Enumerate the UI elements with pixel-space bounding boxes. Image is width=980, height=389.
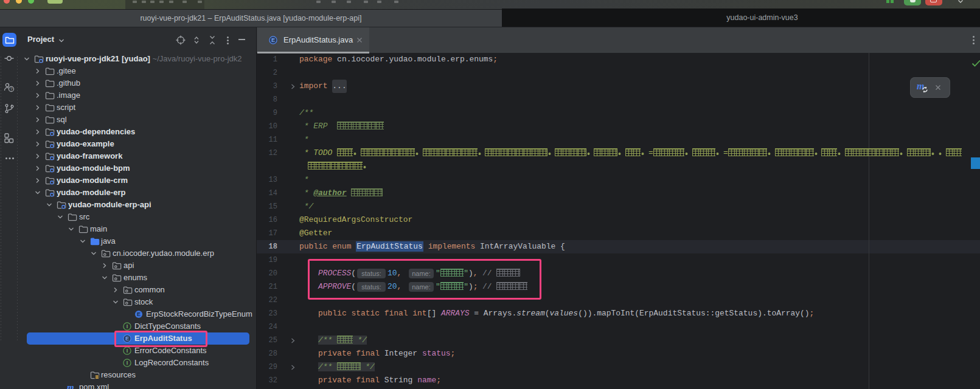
svg-text:I: I — [127, 323, 128, 329]
svg-text:E: E — [271, 37, 275, 43]
svg-text:?: ? — [10, 86, 12, 92]
svg-text:E: E — [137, 311, 141, 317]
svg-text:I: I — [127, 360, 128, 366]
svg-text:I: I — [127, 348, 128, 354]
